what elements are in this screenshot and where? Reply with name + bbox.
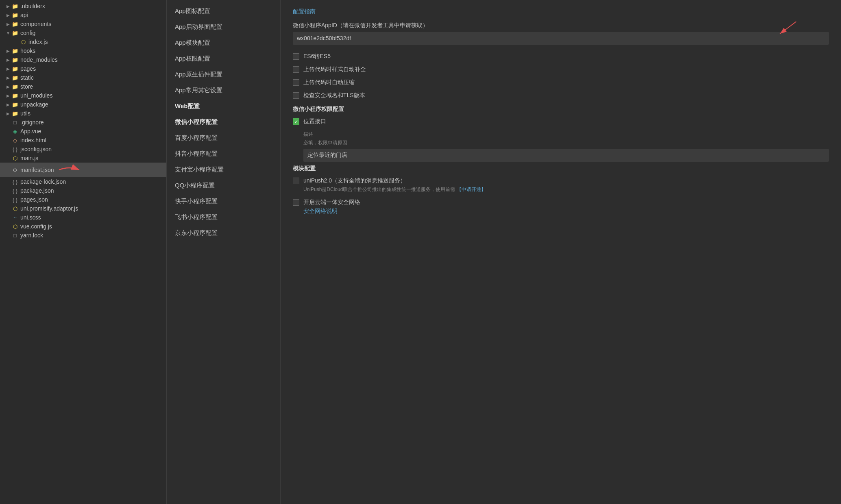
checkbox-tls[interactable] bbox=[293, 92, 299, 99]
perm-desc-label-location: 描述 bbox=[303, 131, 829, 138]
tree-item-nbuilderx[interactable]: ▶📁.nbuilderx bbox=[0, 2, 166, 11]
module-desc-unipush: UniPush是DCloud联合个推公司推出的集成性统一推送服务，使用前需 【申… bbox=[303, 186, 829, 193]
tree-arrow-static: ▶ bbox=[5, 76, 11, 80]
tree-item-static[interactable]: ▶📁static bbox=[0, 73, 166, 82]
checkbox-row-es6[interactable]: ES6转ES5 bbox=[293, 53, 829, 60]
tree-label-api: api bbox=[20, 12, 28, 18]
tree-item-gitignore[interactable]: □.gitignore bbox=[0, 118, 166, 127]
config-nav-app-permission[interactable]: App权限配置 bbox=[167, 51, 280, 67]
module-checkbox-cloud-security[interactable] bbox=[293, 199, 299, 206]
tree-item-yarnlock[interactable]: □yarn.lock bbox=[0, 231, 166, 240]
tree-item-indexhtml[interactable]: ◇index.html bbox=[0, 136, 166, 145]
config-nav-kuaishou-mini[interactable]: 快手小程序配置 bbox=[167, 193, 280, 209]
module-link-cloud-security[interactable]: 安全网络说明 bbox=[303, 208, 338, 214]
module-link-div-cloud-security: 安全网络说明 bbox=[303, 208, 829, 215]
module-label-unipush: uniPush2.0（支持全端的消息推送服务） bbox=[303, 177, 406, 185]
tree-label-vueconfig: vue.config.js bbox=[20, 223, 52, 230]
tree-arrow-utils: ▶ bbox=[5, 111, 11, 116]
perm-checkbox-location[interactable] bbox=[293, 118, 299, 125]
tree-icon-folder: 📁 bbox=[11, 30, 19, 36]
modules-section: uniPush2.0（支持全端的消息推送服务）UniPush是DCloud联合个… bbox=[293, 177, 829, 215]
permissions-section: 位置接口描述必填，权限申请原因 bbox=[293, 118, 829, 162]
tree-item-uniscss[interactable]: ~uni.scss bbox=[0, 213, 166, 222]
tree-icon-js: ⬡ bbox=[11, 206, 19, 212]
tree-label-store: store bbox=[20, 83, 33, 90]
tree-item-jsconfigjson[interactable]: { }jsconfig.json bbox=[0, 145, 166, 154]
tree-label-yarnlock: yarn.lock bbox=[20, 232, 43, 239]
tree-icon-folder: 📁 bbox=[11, 75, 19, 81]
tree-icon-folder: 📁 bbox=[11, 93, 19, 99]
checkbox-row-compress[interactable]: 上传代码时自动压缩 bbox=[293, 79, 829, 86]
config-nav-alipay-mini[interactable]: 支付宝小程序配置 bbox=[167, 162, 280, 178]
checkbox-compress[interactable] bbox=[293, 79, 299, 86]
checkbox-label-compress: 上传代码时自动压缩 bbox=[303, 79, 355, 86]
config-nav: App图标配置App启动界面配置App模块配置App权限配置App原生插件配置A… bbox=[167, 0, 281, 504]
config-nav-jingdong-mini[interactable]: 京东小程序配置 bbox=[167, 225, 280, 241]
tree-item-unipromisify[interactable]: ⬡uni.promisify.adaptor.js bbox=[0, 204, 166, 213]
tree-arrow-uni_modules: ▶ bbox=[5, 93, 11, 98]
tree-item-store[interactable]: ▶📁store bbox=[0, 82, 166, 91]
tree-item-packagejson[interactable]: { }package.json bbox=[0, 186, 166, 195]
tree-icon-js: ⬡ bbox=[20, 39, 27, 45]
checkbox-style-auto[interactable] bbox=[293, 66, 299, 73]
config-nav-app-other[interactable]: App常用其它设置 bbox=[167, 83, 280, 98]
tree-label-static: static bbox=[20, 74, 34, 81]
checkbox-row-style-auto[interactable]: 上传代码时样式自动补全 bbox=[293, 66, 829, 73]
tree-item-components[interactable]: ▶📁components bbox=[0, 20, 166, 28]
tree-item-manifestjson[interactable]: ⚙manifest.json bbox=[0, 163, 166, 177]
checkbox-label-tls: 检查安全域名和TLS版本 bbox=[303, 92, 365, 99]
tree-item-mainjs[interactable]: ⬡main.js bbox=[0, 154, 166, 163]
tree-icon-vue: ◈ bbox=[11, 128, 19, 135]
checkboxes-section: ES6转ES5上传代码时样式自动补全上传代码时自动压缩检查安全域名和TLS版本 bbox=[293, 53, 829, 99]
tree-item-config-index[interactable]: ⬡index.js bbox=[0, 37, 166, 46]
config-guide-link[interactable]: 配置指南 bbox=[293, 8, 316, 15]
perm-row-location[interactable]: 位置接口 bbox=[293, 118, 829, 125]
tree-label-config-index: index.js bbox=[28, 39, 48, 45]
perm-desc-input-location[interactable] bbox=[303, 149, 829, 162]
config-nav-app-icon[interactable]: App图标配置 bbox=[167, 3, 280, 19]
file-tree: ▶📁.nbuilderx▶📁api▶📁components▼📁config⬡in… bbox=[0, 0, 167, 504]
config-nav-app-launch[interactable]: App启动界面配置 bbox=[167, 19, 280, 35]
tree-icon-gear: ⚙ bbox=[11, 167, 19, 173]
config-nav-app-native-plugin[interactable]: App原生插件配置 bbox=[167, 67, 280, 83]
appid-input[interactable] bbox=[293, 32, 829, 45]
tree-label-pagesjson: pages.json bbox=[20, 196, 48, 203]
tree-label-utils: utils bbox=[20, 110, 31, 117]
config-nav-app-module[interactable]: App模块配置 bbox=[167, 35, 280, 51]
config-nav-web-config[interactable]: Web配置 bbox=[167, 98, 280, 114]
tree-item-uni_modules[interactable]: ▶📁uni_modules bbox=[0, 91, 166, 100]
tree-icon-json: { } bbox=[11, 179, 19, 185]
tree-icon-folder: 📁 bbox=[11, 57, 19, 63]
tree-item-node_modules[interactable]: ▶📁node_modules bbox=[0, 55, 166, 64]
config-nav-wechat-mini[interactable]: 微信小程序配置 bbox=[167, 114, 280, 130]
tree-item-pagesjson[interactable]: { }pages.json bbox=[0, 195, 166, 204]
config-nav-qq-mini[interactable]: QQ小程序配置 bbox=[167, 178, 280, 193]
tree-item-api[interactable]: ▶📁api bbox=[0, 11, 166, 20]
tree-item-config[interactable]: ▼📁config bbox=[0, 28, 166, 37]
tree-item-pages[interactable]: ▶📁pages bbox=[0, 64, 166, 73]
tree-item-unpackage[interactable]: ▶📁unpackage bbox=[0, 100, 166, 109]
checkbox-row-tls[interactable]: 检查安全域名和TLS版本 bbox=[293, 92, 829, 99]
module-link-unipush[interactable]: 【申请开通】 bbox=[457, 187, 486, 192]
tree-item-packagelockjson[interactable]: { }package-lock.json bbox=[0, 177, 166, 186]
perm-desc-required-location: 必填，权限申请原因 bbox=[303, 139, 829, 146]
tree-icon-folder: 📁 bbox=[11, 102, 19, 108]
tree-label-components: components bbox=[20, 21, 51, 27]
tree-label-unpackage: unpackage bbox=[20, 101, 48, 108]
tree-arrow-components: ▶ bbox=[5, 22, 11, 26]
tree-item-hooks[interactable]: ▶📁hooks bbox=[0, 46, 166, 55]
tree-item-utils[interactable]: ▶📁utils bbox=[0, 109, 166, 118]
tree-label-gitignore: .gitignore bbox=[20, 119, 44, 126]
tree-label-uni_modules: uni_modules bbox=[20, 92, 52, 99]
checkbox-es6[interactable] bbox=[293, 53, 299, 60]
checkbox-label-es6: ES6转ES5 bbox=[303, 53, 331, 60]
tree-item-appvue[interactable]: ◈App.vue bbox=[0, 127, 166, 136]
tree-label-jsconfigjson: jsconfig.json bbox=[20, 146, 52, 152]
tree-label-config: config bbox=[20, 30, 35, 36]
config-nav-feishu-mini[interactable]: 飞书小程序配置 bbox=[167, 209, 280, 225]
config-nav-douyin-mini[interactable]: 抖音小程序配置 bbox=[167, 146, 280, 162]
config-nav-baidu-mini[interactable]: 百度小程序配置 bbox=[167, 130, 280, 146]
module-checkbox-unipush[interactable] bbox=[293, 178, 299, 184]
tree-label-packagelockjson: package-lock.json bbox=[20, 178, 66, 185]
tree-item-vueconfig[interactable]: ⬡vue.config.js bbox=[0, 222, 166, 231]
